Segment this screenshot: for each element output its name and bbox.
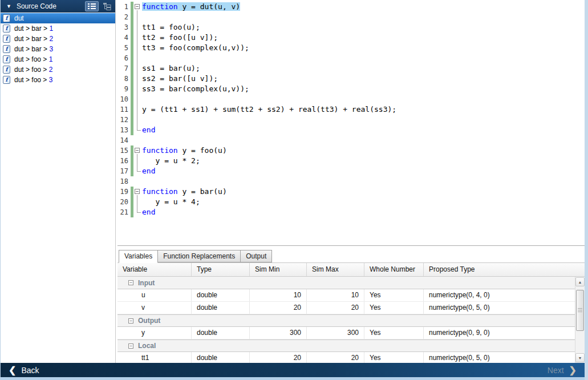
sidebar-item[interactable]: fdut > bar > 1 (1, 23, 115, 34)
bottom-panel: VariablesFunction ReplacementsOutput Var… (117, 245, 585, 363)
collapse-group-icon[interactable]: − (128, 318, 133, 324)
line-number: 2 (117, 12, 130, 22)
list-view-button[interactable] (85, 1, 99, 11)
cell-proposed-type: numerictype(0, 5, 0) (424, 352, 575, 363)
plain-code: y = foo(u) (178, 146, 227, 155)
code-text: ss3 = bar(complex(u,v)); (142, 84, 249, 94)
fold-line (137, 33, 137, 43)
code-line[interactable]: 9ss3 = bar(complex(u,v)); (117, 84, 585, 94)
tree-view-button[interactable] (100, 1, 113, 11)
fold-line (137, 84, 137, 94)
sidebar-item[interactable]: fdut > bar > 2 (1, 34, 115, 44)
tab-function-replacements[interactable]: Function Replacements (158, 250, 241, 262)
source-code-header: ▼ Source Code (1, 0, 115, 13)
vertical-scrollbar[interactable]: ▲ ▼ (575, 277, 585, 363)
list-view-icon (88, 3, 96, 10)
code-line[interactable]: 16 y = u * 2; (117, 156, 585, 166)
table-row[interactable]: vdouble2020Yesnumerictype(0, 5, 0) (117, 302, 575, 314)
scroll-down-icon[interactable]: ▼ (575, 353, 585, 362)
code-line[interactable]: 20 y = u * 4; (117, 197, 585, 207)
column-header[interactable]: Sim Max (307, 263, 364, 276)
fold-column (134, 156, 142, 166)
code-line[interactable]: 7ss1 = bar(u); (117, 63, 585, 74)
next-button[interactable]: Next ❯ (548, 363, 577, 377)
sidebar-item[interactable]: fdut > bar > 3 (1, 44, 115, 54)
fold-collapse-icon[interactable]: − (135, 4, 140, 9)
line-number: 10 (117, 94, 130, 104)
column-header[interactable]: Variable (117, 263, 192, 276)
coverage-bar (131, 125, 133, 135)
back-button[interactable]: ❮ Back (9, 363, 39, 377)
fold-collapse-icon[interactable]: − (135, 148, 140, 153)
scrollbar-thumb[interactable] (576, 290, 584, 331)
fold-column (134, 22, 142, 33)
coverage-bar (131, 12, 133, 22)
code-line[interactable]: 4tt2 = foo([u v]); (117, 33, 585, 43)
code-text: tt1 = foo(u); (142, 22, 200, 33)
fold-line (137, 63, 137, 74)
coverage-bar (131, 156, 133, 166)
code-line[interactable]: 21end (117, 207, 585, 217)
column-header[interactable]: Type (192, 263, 250, 276)
code-line[interactable]: 6 (117, 53, 585, 63)
sidebar-item[interactable]: fdut > foo > 2 (1, 64, 115, 75)
cell-sim-max: 20 (307, 352, 364, 363)
table-row[interactable]: tt1double2020Yesnumerictype(0, 5, 0) (117, 352, 575, 363)
code-line[interactable]: 15−function y = foo(u) (117, 145, 585, 156)
code-line[interactable]: 2 (117, 12, 585, 22)
cell-sim-min: 300 (250, 327, 307, 339)
fold-line-elbow (137, 171, 141, 172)
code-text: y = (tt1 + ss1) + sum(tt2 + ss2) + real(… (142, 104, 396, 115)
sidebar-item-label: dut > bar > 3 (14, 45, 53, 53)
cell-whole-number: Yes (364, 289, 424, 301)
code-line[interactable]: 8ss2 = bar([u v]); (117, 74, 585, 84)
plain-code: y = bar(u) (178, 187, 227, 196)
group-row-output[interactable]: −Output (117, 314, 575, 327)
coverage-bar (131, 166, 133, 176)
function-icon: f (3, 14, 10, 22)
function-icon: f (3, 45, 10, 53)
fold-column (134, 207, 142, 217)
keyword: end (142, 167, 155, 175)
sidebar-item[interactable]: fdut > foo > 1 (1, 54, 115, 64)
cell-sim-max: 10 (307, 289, 364, 301)
collapse-group-icon[interactable]: − (128, 280, 133, 285)
group-row-local[interactable]: −Local (117, 339, 575, 352)
code-line[interactable]: 17end (117, 166, 585, 176)
code-line[interactable]: 1−function y = dut(u, v) (117, 2, 585, 12)
column-header[interactable]: Proposed Type (424, 263, 585, 276)
code-line[interactable]: 3tt1 = foo(u); (117, 22, 585, 33)
code-editor[interactable]: 1−function y = dut(u, v)23tt1 = foo(u);4… (117, 0, 585, 245)
sidebar-item-number: 1 (49, 25, 53, 33)
table-row[interactable]: udouble1010Yesnumerictype(0, 4, 0) (117, 289, 575, 302)
column-header[interactable]: Whole Number (364, 263, 424, 276)
collapse-triangle-icon[interactable]: ▼ (6, 0, 11, 13)
line-number: 5 (117, 43, 130, 53)
code-line[interactable]: 10 (117, 94, 585, 104)
sidebar-item[interactable]: fdut (1, 13, 115, 23)
plain-code: ss1 = bar(u); (142, 64, 200, 72)
code-line[interactable]: 18 (117, 176, 585, 187)
collapse-group-icon[interactable]: − (128, 343, 133, 349)
code-line[interactable]: 19−function y = bar(u) (117, 187, 585, 197)
code-text: function y = foo(u) (142, 145, 227, 156)
code-line[interactable]: 11y = (tt1 + ss1) + sum(tt2 + ss2) + rea… (117, 104, 585, 115)
group-row-input[interactable]: −Input (117, 277, 575, 289)
coverage-bar (131, 74, 133, 84)
sidebar-item[interactable]: fdut > foo > 3 (1, 75, 115, 85)
plain-code: tt1 = foo(u); (142, 23, 200, 31)
code-line[interactable]: 14 (117, 135, 585, 145)
scroll-up-icon[interactable]: ▲ (575, 277, 585, 286)
fold-collapse-icon[interactable]: − (135, 189, 140, 194)
code-line[interactable]: 5tt3 = foo(complex(u,v)); (117, 43, 585, 53)
tab-output[interactable]: Output (241, 250, 272, 262)
fold-line (137, 43, 137, 53)
column-header[interactable]: Sim Min (250, 263, 307, 276)
tab-variables[interactable]: Variables (119, 250, 158, 263)
code-line[interactable]: 12 (117, 115, 585, 125)
table-row[interactable]: ydouble300300Yesnumerictype(0, 9, 0) (117, 327, 575, 339)
sidebar-item-label: dut > foo > 1 (14, 55, 52, 63)
coverage-bar (131, 115, 133, 125)
cell-whole-number: Yes (364, 302, 424, 314)
code-line[interactable]: 13end (117, 125, 585, 135)
